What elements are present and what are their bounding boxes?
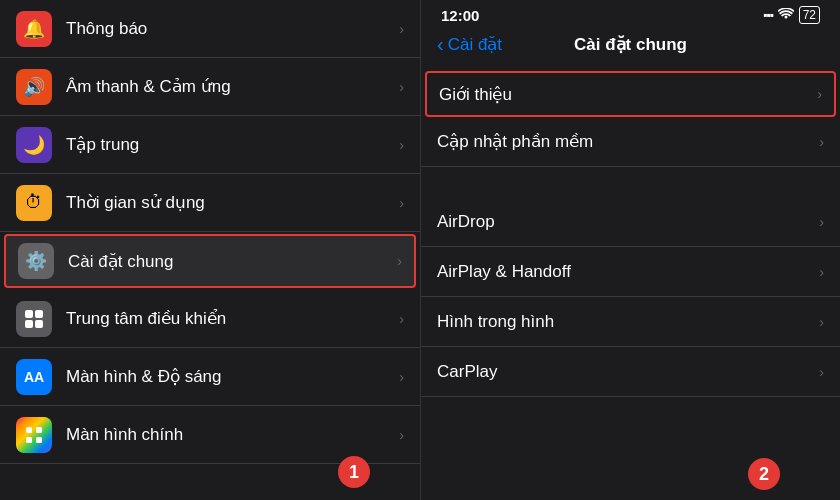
airplay-handoff-label: AirPlay & Handoff xyxy=(437,262,811,282)
cai-dat-chung-label: Cài đặt chung xyxy=(68,251,389,272)
settings-item-man-hinh[interactable]: AA Màn hình & Độ sáng › xyxy=(0,348,420,406)
tap-trung-chevron: › xyxy=(399,137,404,153)
status-bar: 12:00 ▪▪▪ 72 xyxy=(421,0,840,30)
hinh-trong-hinh-label: Hình trong hình xyxy=(437,312,811,332)
right-item-airdrop[interactable]: AirDrop › xyxy=(421,197,840,247)
carplay-label: CarPlay xyxy=(437,362,811,382)
man-hinh-icon: AA xyxy=(16,359,52,395)
right-item-gioi-thieu[interactable]: Giới thiệu › xyxy=(425,71,836,117)
thoi-gian-icon: ⏱ xyxy=(16,185,52,221)
svg-rect-4 xyxy=(26,427,32,433)
right-section-2: AirDrop › AirPlay & Handoff › Hình trong… xyxy=(421,197,840,397)
status-time: 12:00 xyxy=(441,7,479,24)
am-thanh-label: Âm thanh & Cảm ứng xyxy=(66,76,391,97)
cap-nhat-label: Cập nhật phần mềm xyxy=(437,131,811,152)
svg-rect-6 xyxy=(26,437,32,443)
am-thanh-chevron: › xyxy=(399,79,404,95)
thong-bao-chevron: › xyxy=(399,21,404,37)
svg-rect-2 xyxy=(25,320,33,328)
airplay-handoff-chevron: › xyxy=(819,264,824,280)
airdrop-label: AirDrop xyxy=(437,212,811,232)
svg-rect-7 xyxy=(36,437,42,443)
svg-rect-0 xyxy=(25,310,33,318)
nav-title: Cài đặt chung xyxy=(574,34,687,55)
cai-dat-chung-icon: ⚙️ xyxy=(18,243,54,279)
man-hinh-chinh-chevron: › xyxy=(399,427,404,443)
carplay-chevron: › xyxy=(819,364,824,380)
man-hinh-chinh-label: Màn hình chính xyxy=(66,425,391,445)
settings-item-tap-trung[interactable]: 🌙 Tập trung › xyxy=(0,116,420,174)
trung-tam-icon xyxy=(16,301,52,337)
right-item-airplay-handoff[interactable]: AirPlay & Handoff › xyxy=(421,247,840,297)
settings-item-thoi-gian[interactable]: ⏱ Thời gian sử dụng › xyxy=(0,174,420,232)
back-label: Cài đặt xyxy=(448,34,502,55)
thoi-gian-label: Thời gian sử dụng xyxy=(66,192,391,213)
nav-header: ‹ Cài đặt Cài đặt chung xyxy=(421,30,840,67)
hinh-trong-hinh-chevron: › xyxy=(819,314,824,330)
section-divider xyxy=(421,167,840,197)
signal-icon: ▪▪▪ xyxy=(763,8,773,22)
step-badge-2: 2 xyxy=(748,458,780,490)
back-chevron-icon: ‹ xyxy=(437,33,444,56)
man-hinh-label: Màn hình & Độ sáng xyxy=(66,366,391,387)
home-screen-svg xyxy=(24,425,44,445)
status-icons: ▪▪▪ 72 xyxy=(763,6,820,24)
right-item-carplay[interactable]: CarPlay › xyxy=(421,347,840,397)
right-section-1: Giới thiệu › Cập nhật phần mềm › xyxy=(421,71,840,167)
settings-item-am-thanh[interactable]: 🔊 Âm thanh & Cảm ứng › xyxy=(0,58,420,116)
cai-dat-chung-chevron: › xyxy=(397,253,402,269)
svg-rect-1 xyxy=(35,310,43,318)
left-panel: 🔔 Thông báo › 🔊 Âm thanh & Cảm ứng › 🌙 T… xyxy=(0,0,420,500)
svg-rect-5 xyxy=(36,427,42,433)
right-item-hinh-trong-hinh[interactable]: Hình trong hình › xyxy=(421,297,840,347)
trung-tam-label: Trung tâm điều khiển xyxy=(66,308,391,329)
am-thanh-icon: 🔊 xyxy=(16,69,52,105)
right-panel: 12:00 ▪▪▪ 72 ‹ Cài đặt Cài đặt chung xyxy=(420,0,840,500)
tap-trung-label: Tập trung xyxy=(66,134,391,155)
gioi-thieu-label: Giới thiệu xyxy=(439,84,809,105)
gioi-thieu-chevron: › xyxy=(817,86,822,102)
settings-item-trung-tam[interactable]: Trung tâm điều khiển › xyxy=(0,290,420,348)
wifi-icon xyxy=(778,8,794,23)
tap-trung-icon: 🌙 xyxy=(16,127,52,163)
man-hinh-chevron: › xyxy=(399,369,404,385)
airdrop-chevron: › xyxy=(819,214,824,230)
step-badge-1: 1 xyxy=(338,456,370,488)
right-item-cap-nhat[interactable]: Cập nhật phần mềm › xyxy=(421,117,840,167)
trung-tam-chevron: › xyxy=(399,311,404,327)
settings-item-cai-dat-chung[interactable]: ⚙️ Cài đặt chung › xyxy=(4,234,416,288)
battery-icon: 72 xyxy=(799,6,820,24)
thoi-gian-chevron: › xyxy=(399,195,404,211)
back-button[interactable]: ‹ Cài đặt xyxy=(437,33,502,56)
left-settings-list: 🔔 Thông báo › 🔊 Âm thanh & Cảm ứng › 🌙 T… xyxy=(0,0,420,464)
man-hinh-chinh-icon xyxy=(16,417,52,453)
cap-nhat-chevron: › xyxy=(819,134,824,150)
control-center-svg xyxy=(23,308,45,330)
thong-bao-icon: 🔔 xyxy=(16,11,52,47)
svg-rect-3 xyxy=(35,320,43,328)
settings-item-thong-bao[interactable]: 🔔 Thông báo › xyxy=(0,0,420,58)
thong-bao-label: Thông báo xyxy=(66,19,391,39)
